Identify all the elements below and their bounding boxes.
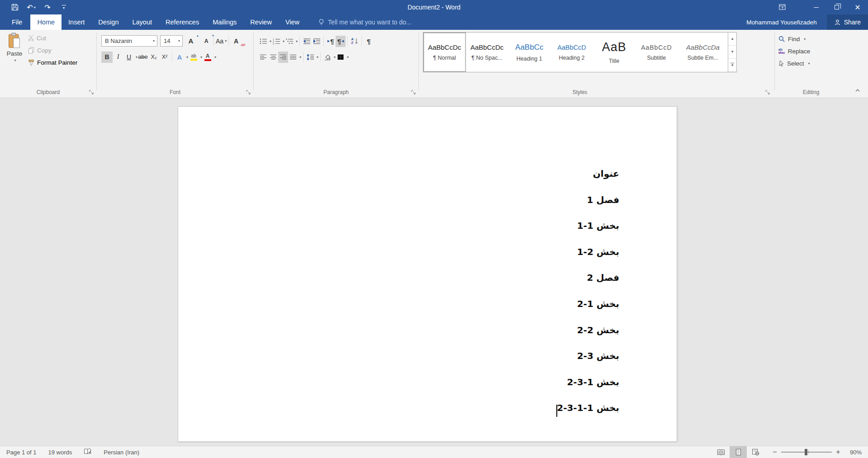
read-mode-button[interactable] [712, 446, 730, 458]
subscript-button[interactable]: X₂ [148, 52, 159, 63]
paste-button[interactable]: Paste ▾ [4, 33, 25, 83]
restore-button[interactable] [826, 0, 847, 14]
style-heading-1[interactable]: AaBbCc Heading 1 [508, 33, 550, 72]
font-dialog-launcher[interactable] [245, 89, 251, 95]
word-count[interactable]: 19 words [48, 449, 72, 456]
bullets-button[interactable] [258, 36, 268, 47]
document-line[interactable]: بخش 1-2 [205, 291, 619, 317]
zoom-in-button[interactable]: + [834, 448, 843, 456]
tab-view[interactable]: View [279, 14, 306, 30]
tab-home[interactable]: Home [30, 14, 62, 30]
left-to-right-button[interactable]: ▶¶ [326, 36, 336, 47]
right-to-left-button[interactable]: ¶◀ [336, 36, 346, 47]
document-line[interactable]: بخش 1-3-2 [205, 369, 619, 396]
clear-formatting-button[interactable]: A [231, 35, 242, 47]
align-center-button[interactable] [268, 52, 278, 63]
copy-button[interactable]: Copy [28, 46, 77, 55]
user-name[interactable]: Mohammad Yousefizadeh [746, 19, 816, 26]
close-button[interactable]: ✕ [847, 0, 868, 14]
zoom-out-button[interactable]: − [770, 448, 779, 456]
tab-review[interactable]: Review [243, 14, 279, 30]
replace-button[interactable]: ab⇄ac Replace [778, 47, 810, 56]
zoom-slider-track[interactable] [781, 452, 832, 453]
document-line[interactable]: بخش 3-2 [205, 343, 619, 369]
style-subtitle[interactable]: AaBbCcD Subtitle [636, 33, 678, 72]
italic-button[interactable]: I [113, 52, 123, 63]
font-name-combo[interactable]: B Nazanin ▾ [101, 35, 157, 47]
document-line[interactable]: فصل 2 [205, 265, 619, 291]
tab-insert[interactable]: Insert [62, 14, 91, 30]
styles-scroll-down-icon[interactable]: ▼ [728, 46, 736, 59]
share-button[interactable]: Share [827, 14, 868, 30]
document-line[interactable]: عنوان [205, 161, 619, 187]
clipboard-dialog-launcher[interactable] [88, 89, 95, 95]
styles-scroll-up-icon[interactable]: ▲ [728, 33, 736, 46]
font-color-button[interactable]: A [202, 52, 213, 63]
style-normal[interactable]: AaBbCcDc ¶ Normal [423, 33, 466, 72]
text-effects-button[interactable]: A [174, 52, 185, 63]
web-layout-button[interactable] [747, 446, 764, 458]
find-button[interactable]: Find ▾ [778, 34, 810, 43]
line-spacing-button[interactable] [305, 52, 315, 63]
language-indicator[interactable]: Persian (Iran) [104, 449, 139, 456]
underline-button[interactable]: U [123, 52, 134, 63]
style-subtle-emphasis[interactable]: AaBbCcDa Subtle Em... [678, 33, 728, 72]
collapse-ribbon-button[interactable] [854, 87, 862, 94]
multilevel-list-button[interactable] [285, 36, 294, 47]
show-hide-marks-button[interactable]: ¶ [364, 36, 374, 47]
text-highlight-button[interactable]: ab [188, 52, 199, 63]
tab-references[interactable]: References [159, 14, 206, 30]
paragraph-dialog-launcher[interactable] [410, 89, 417, 95]
select-dropdown-icon[interactable]: ▾ [808, 61, 810, 66]
ribbon-display-options-icon[interactable] [772, 0, 793, 14]
borders-dropdown-icon[interactable]: ▾ [347, 55, 349, 59]
font-size-dropdown-icon[interactable]: ▾ [176, 39, 182, 43]
shrink-font-button[interactable]: A [201, 35, 212, 47]
tell-me-box[interactable]: Tell me what you want to do... [318, 14, 411, 30]
format-painter-button[interactable]: Format Painter [28, 58, 77, 67]
document-line[interactable]: بخش 1-1-3-2 [205, 395, 619, 421]
style-heading-2[interactable]: AaBbCcD Heading 2 [550, 33, 593, 72]
cut-button[interactable]: Cut [28, 33, 77, 42]
style-title[interactable]: AaB Title [593, 33, 636, 72]
find-dropdown-icon[interactable]: ▾ [804, 37, 806, 41]
align-left-button[interactable] [258, 52, 268, 63]
shading-button[interactable] [323, 52, 332, 63]
change-case-button[interactable]: Aa▾ [216, 35, 227, 47]
decrease-indent-button[interactable] [302, 36, 312, 47]
tab-layout[interactable]: Layout [125, 14, 159, 30]
styles-dialog-launcher[interactable] [764, 89, 771, 95]
print-layout-button[interactable] [730, 446, 747, 458]
document-line[interactable]: بخش 1-1 [205, 213, 619, 239]
minimize-button[interactable] [806, 0, 826, 14]
font-size-combo[interactable]: 14 ▾ [160, 35, 183, 47]
borders-button[interactable] [336, 52, 346, 63]
page-indicator[interactable]: Page 1 of 1 [6, 449, 37, 456]
proofing-status-icon[interactable] [84, 448, 92, 457]
strikethrough-button[interactable]: abe [138, 52, 148, 63]
style-no-spacing[interactable]: AaBbCcDc ¶ No Spac... [466, 33, 508, 72]
tab-file[interactable]: File [4, 14, 30, 30]
tab-design[interactable]: Design [91, 14, 125, 30]
styles-more-icon[interactable]: ▼ [728, 59, 736, 72]
bold-button[interactable]: B [101, 52, 113, 63]
line-spacing-dropdown-icon[interactable]: ▾ [317, 55, 318, 59]
align-right-button[interactable] [278, 52, 288, 63]
document-line[interactable]: بخش 2-2 [205, 317, 619, 344]
document-line[interactable]: فصل 1 [205, 187, 619, 213]
zoom-level[interactable]: 90% [843, 449, 862, 456]
font-color-dropdown-icon[interactable]: ▾ [214, 55, 216, 59]
paste-dropdown-icon[interactable]: ▾ [14, 58, 16, 62]
font-name-dropdown-icon[interactable]: ▾ [151, 39, 157, 43]
superscript-button[interactable]: X² [159, 52, 170, 63]
document-line[interactable]: بخش 2-1 [205, 239, 619, 265]
grow-font-button[interactable]: A [185, 35, 196, 47]
change-case-dropdown-icon[interactable]: ▾ [225, 39, 227, 43]
tab-mailings[interactable]: Mailings [206, 14, 243, 30]
document-page[interactable]: عنوان فصل 1 بخش 1-1 بخش 2-1 فصل 2 بخش 1-… [178, 106, 677, 442]
increase-indent-button[interactable] [312, 36, 322, 47]
justify-button[interactable] [288, 52, 298, 63]
justify-dropdown-icon[interactable]: ▾ [299, 55, 301, 59]
select-button[interactable]: Select ▾ [778, 59, 810, 68]
multilevel-dropdown-icon[interactable]: ▾ [296, 39, 298, 43]
